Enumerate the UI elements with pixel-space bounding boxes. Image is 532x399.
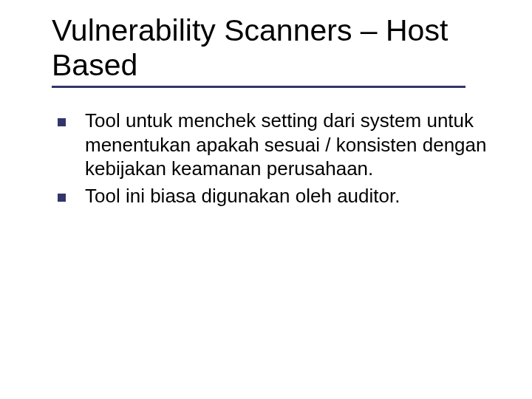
list-item: Tool untuk menchek setting dari system u… bbox=[52, 109, 495, 181]
list-item: Tool ini biasa digunakan oleh auditor. bbox=[52, 184, 495, 208]
square-bullet-icon bbox=[58, 194, 66, 202]
bullet-text: Tool ini biasa digunakan oleh auditor. bbox=[85, 184, 400, 208]
square-bullet-icon bbox=[58, 118, 66, 126]
title-underline bbox=[52, 86, 466, 88]
bullet-list: Tool untuk menchek setting dari system u… bbox=[52, 109, 495, 208]
bullet-text: Tool untuk menchek setting dari system u… bbox=[85, 109, 495, 181]
slide-title: Vulnerability Scanners – Host Based bbox=[52, 13, 495, 83]
slide: Vulnerability Scanners – Host Based Tool… bbox=[0, 0, 532, 399]
